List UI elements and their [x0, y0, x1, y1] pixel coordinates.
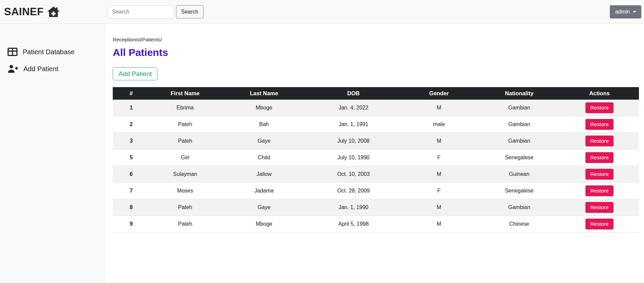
sidebar-item-label: Add Patient — [23, 65, 58, 73]
page-title: All Patients — [113, 47, 639, 58]
nationality-cell: Chinese — [478, 216, 560, 233]
column-header: DOB — [307, 87, 400, 100]
last-name-cell: Mboge — [221, 100, 307, 116]
actions-cell: Restore — [560, 133, 639, 149]
search-input[interactable] — [108, 5, 174, 18]
restore-button[interactable]: Restore — [585, 219, 613, 229]
table-row: 5GirlChildJuly 10, 1990FSenegaleseRestor… — [113, 149, 639, 166]
gender-cell: M — [400, 166, 478, 183]
actions-cell: Restore — [560, 149, 639, 166]
table-icon — [7, 47, 18, 56]
first-name-cell: Pateh — [150, 133, 221, 149]
row-number: 9 — [113, 216, 150, 233]
restore-button[interactable]: Restore — [585, 185, 613, 196]
gender-cell: M — [400, 216, 478, 233]
first-name-cell: Pateh — [150, 216, 221, 233]
patients-table: #First NameLast NameDOBGenderNationality… — [113, 87, 639, 233]
first-name-cell: Sulayman — [150, 166, 221, 183]
actions-cell: Restore — [560, 216, 639, 233]
admin-dropdown-button[interactable]: admin — [610, 5, 641, 18]
breadcrumb: Receptionist/Patients/ — [113, 37, 639, 42]
dob-cell: Oct. 28, 2009 — [307, 183, 400, 199]
last-name-cell: Bah — [221, 116, 307, 133]
last-name-cell: Jallow — [221, 166, 307, 183]
actions-cell: Restore — [560, 183, 639, 199]
brand-logo[interactable]: SAINEF — [0, 6, 60, 18]
gender-cell: male — [400, 116, 478, 133]
gender-cell: M — [400, 133, 478, 149]
nationality-cell: Gambian — [478, 133, 560, 149]
actions-cell: Restore — [560, 199, 639, 216]
search-form: Search — [108, 5, 203, 18]
first-name-cell: Ebrima — [150, 100, 221, 116]
sidebar-item-patient-database[interactable]: Patient Database — [0, 47, 105, 56]
table-row: 7MosesJadamaOct. 28, 2009FSenegaleseRest… — [113, 183, 639, 199]
restore-button[interactable]: Restore — [585, 102, 613, 113]
row-number: 1 — [113, 100, 150, 116]
gender-cell: M — [400, 100, 478, 116]
gender-cell: M — [400, 199, 478, 216]
main-content: Receptionist/Patients/ All Patients Add … — [105, 24, 644, 283]
dob-cell: July 10, 1990 — [307, 149, 400, 166]
column-header: Gender — [400, 87, 478, 100]
first-name-cell: Pateh — [150, 199, 221, 216]
search-button[interactable]: Search — [176, 5, 203, 18]
nationality-cell: Guinean — [478, 166, 560, 183]
first-name-cell: Pateh — [150, 116, 221, 133]
actions-cell: Restore — [560, 166, 639, 183]
restore-button[interactable]: Restore — [585, 136, 613, 146]
add-patient-button[interactable]: Add Patient — [113, 67, 157, 80]
gender-cell: F — [400, 149, 478, 166]
row-number: 5 — [113, 149, 150, 166]
nationality-cell: Gambian — [478, 100, 560, 116]
table-row: 8PatehGayeJan. 1, 1990MGambianRestore — [113, 199, 639, 216]
table-row: 9PatehMbogeApril 5, 1998MChineseRestore — [113, 216, 639, 233]
sidebar-item-label: Patient Database — [23, 48, 74, 56]
column-header: Nationality — [478, 87, 560, 100]
column-header: # — [113, 87, 150, 100]
row-number: 6 — [113, 166, 150, 183]
first-name-cell: Moses — [150, 183, 221, 199]
nationality-cell: Senegalese — [478, 149, 560, 166]
house-medical-icon — [47, 6, 60, 18]
restore-button[interactable]: Restore — [585, 202, 613, 213]
last-name-cell: Child — [221, 149, 307, 166]
sidebar-item-add-patient[interactable]: Add Patient — [0, 64, 105, 73]
caret-down-icon — [633, 11, 636, 13]
dob-cell: Jan. 1, 1991 — [307, 116, 400, 133]
first-name-cell: Girl — [150, 149, 221, 166]
page-layout: Patient Database Add Patient Receptionis… — [0, 24, 644, 283]
gender-cell: F — [400, 183, 478, 199]
dob-cell: Jan. 4, 2022 — [307, 100, 400, 116]
table-row: 6SulaymanJallowOct. 10, 2003MGuineanRest… — [113, 166, 639, 183]
table-header-row: #First NameLast NameDOBGenderNationality… — [113, 87, 639, 100]
row-number: 2 — [113, 116, 150, 133]
column-header: Last Name — [221, 87, 307, 100]
brand-name: SAINEF — [4, 6, 44, 18]
last-name-cell: Jadama — [221, 183, 307, 199]
row-number: 8 — [113, 199, 150, 216]
nationality-cell: Gambian — [478, 199, 560, 216]
last-name-cell: Mboge — [221, 216, 307, 233]
dob-cell: April 5, 1998 — [307, 216, 400, 233]
actions-cell: Restore — [560, 100, 639, 116]
table-row: 3PatehGayeJuly 10, 2008MGambianRestore — [113, 133, 639, 149]
patients-table-body: 1EbrimaMbogeJan. 4, 2022MGambianRestore2… — [113, 100, 639, 233]
row-number: 3 — [113, 133, 150, 149]
sidebar: Patient Database Add Patient — [0, 24, 105, 283]
column-header: First Name — [150, 87, 221, 100]
actions-cell: Restore — [560, 116, 639, 133]
row-number: 7 — [113, 183, 150, 199]
admin-label: admin — [615, 9, 630, 15]
restore-button[interactable]: Restore — [585, 169, 613, 180]
top-navbar: SAINEF Search admin — [0, 0, 644, 24]
restore-button[interactable]: Restore — [585, 119, 613, 130]
table-row: 2PatehBahJan. 1, 1991maleGambianRestore — [113, 116, 639, 133]
column-header: Actions — [560, 87, 639, 100]
last-name-cell: Gaye — [221, 133, 307, 149]
restore-button[interactable]: Restore — [585, 152, 613, 163]
dob-cell: Oct. 10, 2003 — [307, 166, 400, 183]
table-row: 1EbrimaMbogeJan. 4, 2022MGambianRestore — [113, 100, 639, 116]
dob-cell: July 10, 2008 — [307, 133, 400, 149]
nationality-cell: Gambian — [478, 116, 560, 133]
